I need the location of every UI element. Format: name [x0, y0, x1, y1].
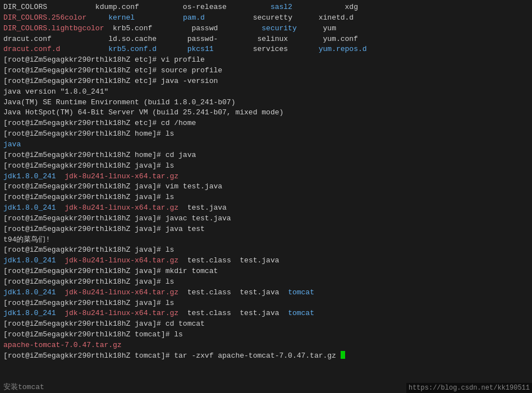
terminal-text-segment: t94的菜鸟们!	[3, 235, 50, 246]
terminal-line: dracut.conf ld.so.cache passwd- selinux …	[3, 34, 529, 45]
terminal-text-segment: DIR_COLORS.lightbgcolor	[3, 24, 113, 34]
terminal-line: jdk1.8.0_241 jdk-8u241-linux-x64.tar.gz …	[3, 308, 529, 319]
terminal-text-segment	[157, 44, 187, 55]
terminal-text-segment: [root@iZm5egagkkr290rthlk18hZ java]# ls	[3, 192, 174, 203]
terminal-text-segment: java	[3, 140, 21, 150]
terminal-line: [root@iZm5egagkkr290rthlk18hZ etc]# java…	[3, 76, 529, 87]
terminal-text-segment: [root@iZm5egagkkr290rthlk18hZ java]# ls	[3, 277, 174, 288]
terminal-text-segment: jdk1.8.0_241	[3, 256, 56, 266]
terminal-text-segment: security	[262, 24, 296, 34]
terminal-text-segment: jdk-8u241-linux-x64.tar.gz	[65, 308, 178, 319]
terminal-line: java version "1.8.0_241"	[3, 87, 529, 98]
terminal-line: [root@iZm5egagkkr290rthlk18hZ java]# jav…	[3, 224, 529, 235]
terminal-text-segment: [root@iZm5egagkkr290rthlk18hZ java]# jav…	[3, 224, 205, 235]
terminal-text-segment: test.class test.java	[178, 288, 288, 298]
terminal-line: jdk1.8.0_241 jdk-8u241-linux-x64.tar.gz …	[3, 203, 529, 214]
terminal-line: [root@iZm5egagkkr290rthlk18hZ tomcat]# t…	[3, 351, 529, 362]
terminal-text-segment	[56, 308, 65, 319]
terminal-text-segment: [root@iZm5egagkkr290rthlk18hZ java]# ls	[3, 161, 174, 172]
terminal-line: [root@iZm5egagkkr290rthlk18hZ java]# cd …	[3, 319, 529, 330]
terminal-line: jdk1.8.0_241 jdk-8u241-linux-x64.tar.gz …	[3, 256, 529, 266]
terminal-text-segment: jdk-8u241-linux-x64.tar.gz	[65, 256, 178, 266]
terminal-line: java	[3, 140, 529, 150]
terminal-line: jdk1.8.0_241 jdk-8u241-linux-x64.tar.gz	[3, 172, 529, 182]
terminal-text-segment: jdk1.8.0_241	[3, 308, 56, 319]
terminal-text-segment: jdk1.8.0_241	[3, 172, 56, 182]
terminal-text-segment: securetty	[205, 13, 319, 24]
terminal-text-segment: tomcat	[288, 288, 314, 298]
terminal-line: [root@iZm5egagkkr290rthlk18hZ tomcat]# l…	[3, 330, 529, 340]
terminal-text-segment: pkcs11	[187, 44, 214, 55]
terminal-line: t94的菜鸟们!	[3, 235, 529, 246]
terminal-line: [root@iZm5egagkkr290rthlk18hZ java]# ls	[3, 161, 529, 172]
terminal-text-segment: [root@iZm5egagkkr290rthlk18hZ etc]# sour…	[3, 66, 222, 76]
terminal-text-segment: [root@iZm5egagkkr290rthlk18hZ java]# ls	[3, 245, 174, 256]
terminal-line: jdk1.8.0_241 jdk-8u241-linux-x64.tar.gz …	[3, 288, 529, 298]
terminal-text-segment: [root@iZm5egagkkr290rthlk18hZ home]# cd …	[3, 150, 196, 161]
terminal-text-segment	[135, 13, 183, 24]
terminal-text-segment	[56, 288, 65, 298]
terminal-text-segment: apache-tomcat-7.0.47.tar.gz	[3, 340, 122, 351]
terminal-text-segment: [root@iZm5egagkkr290rthlk18hZ java]# mkd…	[3, 266, 218, 277]
terminal-line: [root@iZm5egagkkr290rthlk18hZ java]# ls	[3, 245, 529, 256]
terminal-line: Java(TM) SE Runtime Environment (build 1…	[3, 98, 529, 108]
terminal-text-segment: jdk-8u241-linux-x64.tar.gz	[65, 203, 178, 214]
terminal-line: [root@iZm5egagkkr290rthlk18hZ java]# jav…	[3, 214, 529, 224]
terminal-text-segment: jdk-8u241-linux-x64.tar.gz	[65, 172, 178, 182]
terminal-text-segment: [root@iZm5egagkkr290rthlk18hZ java]# vim…	[3, 182, 222, 192]
terminal-text-segment: sasl2	[270, 2, 292, 13]
terminal-line: [root@iZm5egagkkr290rthlk18hZ java]# ls	[3, 277, 529, 288]
terminal-text-segment: jdk1.8.0_241	[3, 288, 56, 298]
terminal-text-segment: pam.d	[183, 13, 205, 24]
terminal-text-segment	[60, 44, 108, 55]
terminal-text-segment	[100, 13, 109, 24]
terminal-text-segment	[56, 203, 65, 214]
terminal-text-segment: dracut.conf ld.so.cache passwd- selinux …	[3, 34, 358, 45]
terminal-text-segment: [root@iZm5egagkkr290rthlk18hZ java]# ls	[3, 298, 174, 309]
terminal-text-segment: DIR_COLORS	[3, 2, 47, 13]
terminal-line: [root@iZm5egagkkr290rthlk18hZ etc]# vi p…	[3, 55, 529, 66]
terminal-text-segment: services	[214, 44, 319, 55]
terminal-text-segment: xinetd.d	[319, 13, 354, 24]
terminal-text-segment: [root@iZm5egagkkr290rthlk18hZ etc]# java…	[3, 76, 218, 87]
terminal-text-segment: [root@iZm5egagkkr290rthlk18hZ java]# cd …	[3, 319, 205, 330]
terminal-text-segment	[292, 2, 345, 13]
terminal-text-segment: [root@iZm5egagkkr290rthlk18hZ etc]# vi p…	[3, 55, 205, 66]
bottom-label: 安装tomcat	[0, 381, 48, 393]
watermark-link: https://blog.csdn.net/kk190511	[406, 383, 532, 393]
terminal-text-segment: dracut.conf.d	[3, 44, 60, 55]
terminal-text-segment: test.class test.java	[178, 308, 288, 319]
terminal-text-segment: jdk-8u241-linux-x64.tar.gz	[65, 288, 178, 298]
terminal-text-segment: Java(TM) SE Runtime Environment (build 1…	[3, 98, 235, 108]
terminal-text-segment: [root@iZm5egagkkr290rthlk18hZ java]# jav…	[3, 214, 231, 224]
terminal-text-segment: yum.repos.d	[319, 44, 367, 55]
terminal-line: [root@iZm5egagkkr290rthlk18hZ java]# mkd…	[3, 266, 529, 277]
terminal-text-segment	[56, 256, 65, 266]
terminal-text-segment: yum	[297, 24, 336, 34]
terminal-line: [root@iZm5egagkkr290rthlk18hZ java]# vim…	[3, 182, 529, 192]
terminal-line: DIR_COLORS.lightbgcolor krb5.conf passwd…	[3, 24, 529, 34]
terminal-text-segment: xdg	[345, 2, 358, 13]
terminal-cursor	[341, 351, 345, 359]
terminal-line: DIR_COLORS kdump.conf os-release sasl2 x…	[3, 2, 529, 13]
terminal-text-segment: Java HotSpot(TM) 64-Bit Server VM (build…	[3, 108, 283, 118]
terminal-text-segment: krb5.conf.d	[108, 44, 157, 55]
terminal-window: DIR_COLORS kdump.conf os-release sasl2 x…	[0, 0, 532, 393]
terminal-text-segment: [root@iZm5egagkkr290rthlk18hZ etc]# cd /…	[3, 118, 196, 129]
terminal-line: [root@iZm5egagkkr290rthlk18hZ etc]# cd /…	[3, 118, 529, 129]
terminal-text-segment: krb5.conf passwd	[113, 24, 262, 34]
terminal-line: dracut.conf.d krb5.conf.d pkcs11 service…	[3, 44, 529, 55]
terminal-line: [root@iZm5egagkkr290rthlk18hZ home]# cd …	[3, 150, 529, 161]
terminal-text-segment: tomcat	[288, 308, 314, 319]
terminal-line: Java HotSpot(TM) 64-Bit Server VM (build…	[3, 108, 529, 118]
terminal-text-segment: DIR_COLORS.256color	[3, 13, 100, 24]
terminal-line: apache-tomcat-7.0.47.tar.gz	[3, 340, 529, 351]
terminal-line: [root@iZm5egagkkr290rthlk18hZ etc]# sour…	[3, 66, 529, 76]
terminal-text-segment: java version "1.8.0_241"	[3, 87, 108, 98]
terminal-text-segment	[56, 172, 65, 182]
terminal-text-segment: kernel	[108, 13, 135, 24]
terminal-content: DIR_COLORS kdump.conf os-release sasl2 x…	[3, 2, 529, 362]
terminal-text-segment: kdump.conf os-release	[47, 2, 270, 13]
terminal-text-segment: test.class test.java	[178, 256, 279, 266]
terminal-text-segment: jdk1.8.0_241	[3, 203, 56, 214]
